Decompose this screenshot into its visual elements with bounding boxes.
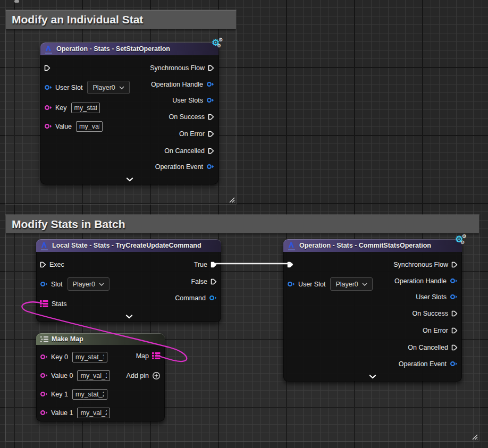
pin-label: Operation Event: [399, 360, 447, 368]
resize-handle-icon[interactable]: [228, 196, 235, 203]
object-pin-icon[interactable]: [44, 84, 52, 90]
exec-pin-icon[interactable]: [451, 310, 458, 317]
exec-pin-icon[interactable]: [208, 131, 214, 137]
exec-in-pin[interactable]: [287, 258, 293, 271]
value0-input[interactable]: [77, 370, 110, 381]
string-pin-icon[interactable]: [40, 354, 48, 360]
exec-pin-icon[interactable]: [208, 114, 214, 120]
pin-label: On Success: [413, 310, 448, 317]
map-pin-icon[interactable]: [152, 352, 161, 359]
node-set-stat-operation[interactable]: Λ Operation - Stats - SetStatOperation U…: [40, 43, 218, 184]
object-pin-icon[interactable]: [206, 81, 214, 87]
chevron-down-icon: [99, 283, 104, 286]
pin-label: Key: [55, 104, 67, 112]
pin-label: User Slots: [172, 97, 203, 104]
object-pin-icon[interactable]: [450, 278, 458, 284]
pin-label: On Error: [423, 327, 448, 334]
pin-label: Value: [55, 123, 72, 130]
slot-dropdown[interactable]: Player0: [68, 277, 110, 291]
node-header[interactable]: Λ Local State - Stats - TryCreateUpdateC…: [36, 239, 221, 252]
pin-label: Command: [175, 294, 206, 302]
pin-label: On Success: [169, 113, 205, 121]
node-header[interactable]: Λ Operation - Stats - CommitStatsOperati…: [283, 239, 462, 252]
comment-titlebar[interactable]: Modify an Individual Stat: [6, 10, 236, 29]
exec-pin-icon[interactable]: [208, 65, 214, 71]
exec-pin-icon[interactable]: [451, 344, 458, 351]
accelbyte-logo-icon: Λ: [40, 45, 56, 54]
value-input[interactable]: [76, 121, 103, 132]
add-pin-label: Add pin: [127, 372, 149, 379]
node-expand-chevron-icon[interactable]: [125, 314, 133, 319]
chevron-down-icon: [119, 86, 124, 89]
comment-title: Modify an Individual Stat: [12, 13, 143, 26]
pin-label: Value 0: [51, 372, 73, 379]
add-pin-button[interactable]: Add pin: [127, 369, 161, 382]
key-input[interactable]: [71, 103, 100, 113]
add-pin-icon: [152, 371, 161, 380]
accelbyte-logo-icon: Λ: [36, 241, 52, 250]
user-slot-dropdown[interactable]: Player0: [330, 277, 372, 291]
string-pin-icon[interactable]: [40, 391, 48, 397]
pin-label: Synchronous Flow: [393, 261, 448, 268]
node-header[interactable]: Make Map: [36, 333, 165, 345]
pin-label: Stats: [52, 300, 67, 308]
key0-input[interactable]: [72, 352, 107, 362]
node-title: Make Map: [52, 335, 83, 343]
value1-input[interactable]: [77, 408, 110, 418]
node-commit-stats-operation[interactable]: Λ Operation - Stats - CommitStatsOperati…: [283, 239, 462, 382]
delegate-pin-icon[interactable]: [206, 164, 214, 170]
user-slot-dropdown[interactable]: Player0: [87, 81, 129, 94]
accelbyte-logo-icon: Λ: [283, 241, 299, 250]
pin-label: Operation Handle: [394, 277, 447, 285]
string-pin-icon[interactable]: [44, 105, 52, 111]
map-pin-icon[interactable]: [40, 300, 48, 307]
pin-label: Synchronous Flow: [150, 64, 205, 72]
node-try-create-update-command[interactable]: Λ Local State - Stats - TryCreateUpdateC…: [36, 239, 221, 322]
pin-label: True: [194, 261, 207, 268]
key1-input[interactable]: [72, 389, 107, 400]
exec-pin-icon[interactable]: [40, 261, 46, 268]
object-pin-icon[interactable]: [40, 281, 48, 287]
pin-label: On Cancelled: [164, 147, 205, 155]
node-title: Operation - Stats - CommitStatsOperation: [299, 242, 431, 249]
pin-label: Operation Handle: [151, 81, 203, 88]
pin-label: User Slot: [298, 281, 325, 288]
exec-pin-icon: [287, 261, 293, 268]
exec-pin-icon[interactable]: [211, 261, 217, 268]
node-title: Local State - Stats - TryCreateUpdateCom…: [52, 242, 201, 249]
string-pin-icon[interactable]: [44, 123, 52, 129]
string-pin-icon[interactable]: [40, 373, 48, 378]
latent-gears-icon: ⚙⚙⚙: [212, 37, 228, 51]
comment-title: Modify Stats in Batch: [12, 218, 125, 231]
latent-gears-icon: ⚙⚙⚙: [455, 234, 471, 248]
pin-label: User Slot: [55, 84, 82, 91]
pin-label: Value 1: [51, 409, 73, 417]
delegate-pin-icon[interactable]: [450, 361, 458, 367]
object-pin-icon[interactable]: [209, 295, 217, 301]
object-pin-icon[interactable]: [206, 97, 214, 103]
pin-label: Exec: [49, 261, 64, 268]
resize-handle-icon[interactable]: [470, 433, 478, 440]
pin-label: Operation Event: [155, 163, 203, 171]
node-expand-chevron-icon[interactable]: [368, 374, 377, 379]
string-pin-icon[interactable]: [40, 410, 48, 416]
exec-pin-icon[interactable]: [208, 148, 214, 154]
object-pin-icon[interactable]: [450, 294, 458, 300]
pin-label: On Error: [179, 130, 205, 138]
object-pin-icon[interactable]: [287, 281, 295, 287]
exec-in-pin[interactable]: [44, 61, 51, 74]
node-title: Operation - Stats - SetStatOperation: [56, 45, 170, 53]
node-header[interactable]: Λ Operation - Stats - SetStatOperation: [40, 43, 218, 55]
make-container-icon: [40, 336, 48, 342]
node-make-map[interactable]: Make Map Key 0 Value 0 Key 1 Value 1 Map: [36, 333, 165, 421]
exec-pin-icon[interactable]: [451, 327, 458, 334]
node-expand-chevron-icon[interactable]: [125, 177, 134, 182]
pin-label: Map: [136, 352, 149, 360]
scrollbar-thumb[interactable]: [14, 0, 19, 3]
comment-titlebar[interactable]: Modify Stats in Batch: [6, 215, 479, 233]
graph-canvas[interactable]: Modify an Individual Stat Modify Stats i…: [0, 0, 488, 448]
exec-pin-icon[interactable]: [211, 278, 217, 285]
pin-label: Key 0: [51, 353, 68, 361]
exec-pin-icon[interactable]: [451, 261, 458, 268]
pin-label: Key 1: [51, 391, 68, 398]
